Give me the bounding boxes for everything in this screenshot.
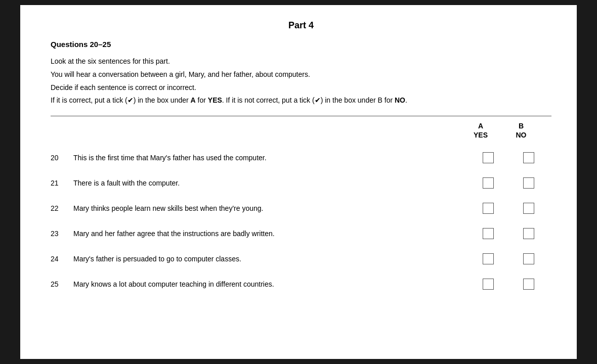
checkbox-cell-b: [508, 177, 549, 189]
checkbox-cell-a: [468, 279, 508, 290]
instruction-line-3: Decide if each sentence is correct or in…: [51, 82, 551, 94]
question-text: Mary knows a lot about computer teaching…: [73, 280, 468, 288]
question-text: Mary thinks people learn new skills best…: [73, 204, 468, 212]
instruction-yes-bold: YES: [208, 96, 222, 104]
checkbox-group: [468, 203, 551, 214]
table-row: 25Mary knows a lot about computer teachi…: [51, 271, 551, 297]
checkbox-cell-a: [468, 152, 508, 163]
checkbox-cell-a: [468, 203, 508, 214]
instruction-no-bold: NO: [395, 96, 405, 104]
checkbox-yes[interactable]: [483, 203, 494, 214]
question-number: 24: [51, 255, 73, 263]
question-number: 21: [51, 179, 73, 187]
col-b-line1: B: [501, 121, 541, 130]
col-b-line2: NO: [501, 130, 541, 140]
checkbox-cell-a: [468, 253, 508, 264]
column-a-header: A YES: [460, 121, 501, 140]
question-text: Mary's father is persuaded to go to comp…: [73, 255, 468, 263]
checkbox-no[interactable]: [523, 203, 534, 214]
question-text: Mary and her father agree that the instr…: [73, 230, 468, 238]
col-a-line2: YES: [460, 130, 501, 140]
question-number: 20: [51, 154, 73, 162]
table-row: 22Mary thinks people learn new skills be…: [51, 196, 551, 221]
table-row: 20This is the first time that Mary's fat…: [51, 145, 551, 170]
questions-label: Questions 20–25: [51, 40, 551, 49]
question-text: There is a fault with the computer.: [73, 179, 468, 187]
instruction-a-bold: A: [191, 96, 196, 104]
instruction-for-yes: for: [196, 96, 208, 104]
checkbox-no[interactable]: [523, 177, 534, 189]
checkbox-group: [468, 152, 551, 163]
section-divider: [51, 116, 551, 116]
question-number: 22: [51, 204, 73, 212]
checkbox-no[interactable]: [523, 228, 534, 239]
checkbox-yes[interactable]: [483, 228, 494, 239]
checkbox-cell-b: [508, 152, 549, 163]
part-title: Part 4: [51, 20, 551, 31]
checkbox-yes[interactable]: [483, 152, 494, 163]
instruction-yes-part: ) in the box under: [134, 96, 191, 104]
instruction-line-4: If it is correct, put a tick (✔) in the …: [51, 95, 551, 107]
instruction-line-2: You will hear a conversation between a g…: [51, 69, 551, 81]
checkbox-cell-b: [508, 253, 549, 264]
checkbox-group: [468, 228, 551, 239]
instruction-period: .: [405, 96, 407, 104]
table-row: 21There is a fault with the computer.: [51, 170, 551, 196]
checkbox-group: [468, 177, 551, 189]
checkbox-yes[interactable]: [483, 279, 494, 290]
question-text: This is the first time that Mary's fathe…: [73, 154, 468, 162]
checkbox-cell-a: [468, 228, 508, 239]
question-number: 25: [51, 280, 73, 288]
table-row: 23Mary and her father agree that the ins…: [51, 221, 551, 246]
answer-header: A YES B NO: [51, 121, 551, 140]
checkbox-no[interactable]: [523, 279, 534, 290]
instruction-line-1: Look at the six sentences for this part.: [51, 56, 551, 68]
question-number: 23: [51, 230, 73, 238]
table-row: 24Mary's father is persuaded to go to co…: [51, 246, 551, 271]
checkbox-no[interactable]: [523, 152, 534, 163]
checkbox-group: [468, 279, 551, 290]
instruction-if-prefix: If it is correct, put a tick (: [51, 96, 127, 104]
exam-page: Part 4 Questions 20–25 Look at the six s…: [20, 5, 577, 359]
column-b-header: B NO: [501, 121, 541, 140]
checkbox-cell-b: [508, 228, 549, 239]
checkbox-yes[interactable]: [483, 253, 494, 264]
instruction-middle: . If it is not correct, put a tick (✔) i…: [222, 96, 395, 104]
checkbox-cell-b: [508, 203, 549, 214]
checkbox-cell-a: [468, 177, 508, 189]
checkbox-no[interactable]: [523, 253, 534, 264]
checkbox-cell-b: [508, 279, 549, 290]
checkbox-group: [468, 253, 551, 264]
questions-list: 20This is the first time that Mary's fat…: [51, 145, 551, 297]
col-a-line1: A: [460, 121, 501, 130]
checkbox-yes[interactable]: [483, 177, 494, 189]
instructions-block: Look at the six sentences for this part.…: [51, 56, 551, 107]
